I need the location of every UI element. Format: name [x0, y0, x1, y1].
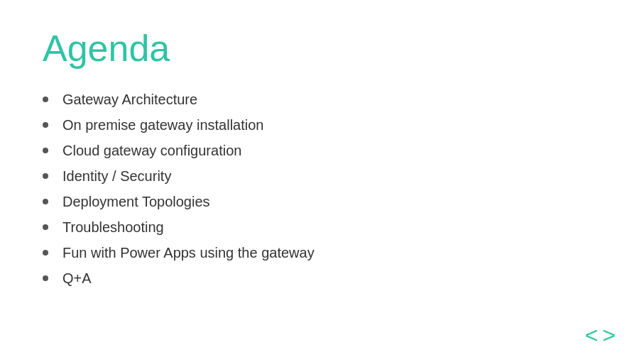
bullet-icon	[43, 148, 48, 153]
agenda-item-text: Fun with Power Apps using the gateway	[62, 242, 315, 263]
bullet-icon	[43, 224, 48, 230]
agenda-item-text: Gateway Architecture	[62, 89, 197, 110]
next-arrow[interactable]: >	[602, 324, 616, 346]
agenda-item-text: Troubleshooting	[62, 216, 164, 238]
agenda-item: On premise gateway installation	[43, 114, 601, 136]
prev-arrow[interactable]: <	[585, 324, 599, 346]
agenda-item: Gateway Architecture	[43, 89, 601, 110]
agenda-item: Q+A	[43, 268, 601, 289]
agenda-list: Gateway ArchitectureOn premise gateway i…	[43, 89, 601, 289]
agenda-item: Cloud gateway configuration	[43, 140, 601, 161]
agenda-item: Fun with Power Apps using the gateway	[43, 242, 601, 263]
slide: Agenda Gateway ArchitectureOn premise ga…	[0, 0, 644, 362]
agenda-item-text: Identity / Security	[62, 165, 171, 187]
navigation-arrows[interactable]: < >	[585, 324, 616, 346]
agenda-item-text: Cloud gateway configuration	[62, 140, 241, 161]
bullet-icon	[43, 122, 48, 128]
bullet-icon	[43, 250, 48, 256]
agenda-item-text: Deployment Topologies	[62, 191, 210, 212]
bullet-icon	[43, 275, 48, 281]
bullet-icon	[43, 97, 48, 102]
agenda-item-text: Q+A	[62, 268, 92, 289]
slide-title: Agenda	[43, 28, 601, 69]
bullet-icon	[43, 199, 48, 204]
agenda-item: Identity / Security	[43, 165, 601, 187]
agenda-item: Troubleshooting	[43, 216, 601, 238]
bullet-icon	[43, 173, 48, 179]
agenda-item: Deployment Topologies	[43, 191, 601, 212]
agenda-item-text: On premise gateway installation	[62, 114, 263, 136]
